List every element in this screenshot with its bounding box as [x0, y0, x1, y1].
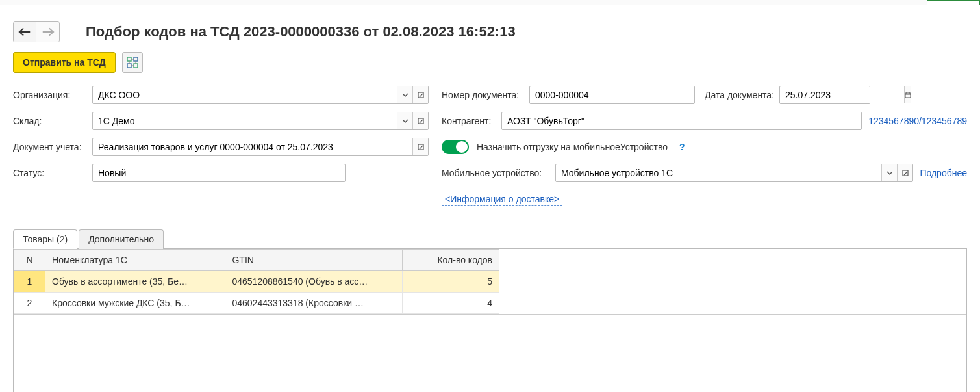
warehouse-open-button[interactable]: [412, 112, 428, 129]
status-label: Статус:: [13, 168, 92, 178]
org-input[interactable]: [93, 86, 397, 103]
form-area: Организация: Склад: Документ учета:: [13, 86, 967, 216]
chevron-down-icon: [402, 92, 408, 98]
doc-num-input[interactable]: [529, 86, 695, 104]
col-item[interactable]: Номенклатура 1С: [45, 250, 225, 271]
svg-rect-1: [134, 57, 138, 61]
status-input[interactable]: [92, 164, 346, 182]
goods-table-container: N Номенклатура 1С GTIN Кол-во кодов 1 Об…: [13, 248, 967, 392]
doc-date-calendar-button[interactable]: [904, 86, 911, 103]
doc-date-label: Дата документа:: [705, 90, 779, 100]
svg-rect-5: [418, 118, 423, 124]
page-title: Подбор кодов на ТСД 2023-0000000336 от 0…: [86, 23, 516, 40]
nav-buttons: [13, 21, 60, 42]
warehouse-label: Склад:: [13, 116, 92, 126]
svg-rect-8: [903, 170, 908, 176]
doc-field[interactable]: [92, 138, 429, 156]
mobile-label: Мобильное устройство:: [442, 168, 555, 178]
goods-table: N Номенклатура 1С GTIN Кол-во кодов 1 Об…: [14, 249, 499, 314]
col-n[interactable]: N: [14, 250, 45, 271]
table-row[interactable]: 2 Кроссовки мужские ДКС (35, Б… 04602443…: [14, 293, 499, 314]
doc-date-input[interactable]: [780, 86, 904, 103]
assign-toggle-label: Назначить отгрузку на мобильноеУстройств…: [477, 142, 668, 152]
cell-item: Обувь в ассортименте (35, Бе…: [45, 271, 225, 293]
toolbar: Отправить на ТСД: [13, 52, 967, 73]
partner-input[interactable]: [501, 112, 862, 130]
chevron-down-icon: [886, 170, 893, 176]
cell-n: 1: [14, 271, 45, 293]
help-icon[interactable]: ?: [679, 142, 685, 152]
doc-date-field[interactable]: [779, 86, 870, 104]
svg-rect-4: [418, 92, 423, 98]
mobile-input[interactable]: [556, 164, 881, 181]
warehouse-dropdown-button[interactable]: [397, 112, 412, 129]
form-left-column: Организация: Склад: Документ учета:: [13, 86, 429, 216]
forward-button[interactable]: [36, 22, 59, 42]
open-icon: [902, 170, 909, 176]
cell-gtin: 04602443313318 (Кроссовки …: [225, 293, 402, 314]
arrow-right-icon: [41, 27, 55, 37]
open-icon: [418, 118, 424, 124]
calendar-icon: [905, 92, 911, 98]
cell-gtin: 04651208861540 (Обувь в асс…: [225, 271, 402, 293]
warehouse-input[interactable]: [93, 112, 397, 129]
col-gtin[interactable]: GTIN: [225, 250, 402, 271]
open-icon: [418, 144, 424, 150]
header-row: Подбор кодов на ТСД 2023-0000000336 от 0…: [13, 21, 967, 42]
back-button[interactable]: [14, 22, 36, 42]
delivery-info-link[interactable]: <Информация о доставке>: [442, 192, 562, 206]
send-to-tsd-button[interactable]: Отправить на ТСД: [13, 52, 116, 73]
mobile-dropdown-button[interactable]: [881, 164, 897, 181]
structure-button[interactable]: [122, 52, 143, 73]
partner-inn-link[interactable]: 1234567890/123456789: [868, 116, 967, 126]
arrow-left-icon: [18, 27, 32, 37]
chevron-down-icon: [402, 118, 408, 124]
cell-qty: 4: [402, 293, 499, 314]
doc-label: Документ учета:: [13, 142, 92, 152]
table-row[interactable]: 1 Обувь в ассортименте (35, Бе… 04651208…: [14, 271, 499, 293]
org-field[interactable]: [92, 86, 429, 104]
doc-input[interactable]: [93, 138, 412, 155]
form-right-column: Номер документа: Дата документа: Контраг…: [442, 86, 967, 216]
page-container: Подбор кодов на ТСД 2023-0000000336 от 0…: [0, 5, 980, 392]
col-qty[interactable]: Кол-во кодов: [402, 250, 499, 271]
svg-rect-2: [127, 64, 131, 68]
more-link[interactable]: Подробнее: [920, 168, 967, 178]
org-label: Организация:: [13, 90, 92, 100]
open-icon: [418, 92, 424, 98]
mobile-field[interactable]: [555, 164, 913, 182]
tab-goods[interactable]: Товары (2): [13, 229, 77, 249]
tabs: Товары (2) Дополнительно: [13, 229, 967, 249]
table-header-row: N Номенклатура 1С GTIN Кол-во кодов: [14, 250, 499, 271]
tab-additional[interactable]: Дополнительно: [79, 229, 164, 249]
top-border: [0, 0, 980, 5]
cell-n: 2: [14, 293, 45, 314]
structure-icon: [127, 57, 138, 68]
cell-item: Кроссовки мужские ДКС (35, Б…: [45, 293, 225, 314]
mobile-open-button[interactable]: [897, 164, 912, 181]
warehouse-field[interactable]: [92, 112, 429, 130]
org-open-button[interactable]: [412, 86, 428, 103]
svg-rect-7: [905, 93, 911, 98]
cell-qty: 5: [402, 271, 499, 293]
table-empty-area: [14, 314, 966, 392]
assign-toggle[interactable]: [442, 140, 469, 154]
org-dropdown-button[interactable]: [397, 86, 412, 103]
doc-num-label: Номер документа:: [442, 90, 529, 100]
doc-open-button[interactable]: [412, 138, 428, 155]
svg-rect-3: [134, 64, 138, 68]
partner-label: Контрагент:: [442, 116, 501, 126]
svg-rect-0: [127, 57, 131, 61]
svg-rect-6: [418, 144, 423, 150]
